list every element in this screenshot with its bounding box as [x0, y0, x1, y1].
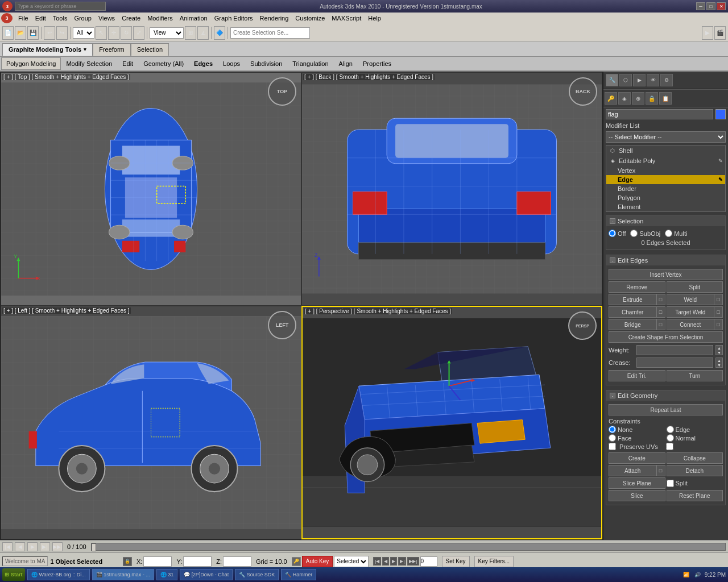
chamfer-button[interactable]: Chamfer: [609, 306, 656, 318]
weld-settings[interactable]: □: [714, 294, 723, 305]
remove-button[interactable]: Remove: [609, 281, 665, 293]
lock-icon[interactable]: 🔒: [123, 557, 132, 566]
toolbar-filter-select[interactable]: All: [73, 27, 94, 39]
graphite-tab-selection[interactable]: Selection: [131, 43, 169, 56]
frame-input[interactable]: [420, 556, 437, 567]
constraint-normal-label[interactable]: Normal: [667, 434, 723, 442]
panel-icon-hierarchy[interactable]: ⬡: [619, 74, 632, 86]
toolbar-render[interactable]: ▶: [702, 26, 713, 40]
crease-down[interactable]: ▼: [716, 363, 722, 367]
viewport-back[interactable]: [ + ] [ Back ] [ Smooth + Highlights + E…: [301, 72, 602, 306]
nav-cube-left[interactable]: LEFT: [268, 311, 296, 339]
tab-edit[interactable]: Edit: [117, 57, 138, 70]
viewport-left[interactable]: [ + ] [ Left ] [ Smooth + Highlights + E…: [1, 306, 301, 539]
minimize-button[interactable]: ─: [696, 2, 705, 10]
menu-file[interactable]: File: [15, 14, 32, 22]
split-checkbox[interactable]: [667, 480, 674, 487]
menu-modifiers[interactable]: Modifiers: [144, 14, 176, 22]
tab-triangulation[interactable]: Triangulation: [287, 57, 333, 70]
toolbar-rotate[interactable]: ↻: [121, 26, 132, 40]
menu-create[interactable]: Create: [118, 14, 144, 22]
timeline-start-btn[interactable]: |◀: [2, 542, 13, 551]
title-search[interactable]: Type a keyword or phrase: [15, 2, 106, 11]
key-filters-button[interactable]: Key Filters...: [474, 556, 514, 567]
panel-icon-utilities[interactable]: ⚙: [660, 74, 673, 86]
tab-properties[interactable]: Properties: [358, 57, 396, 70]
viewport-top[interactable]: [ + ] [ Top ] [ Smooth + Highlights + Ed…: [1, 72, 301, 306]
panel-row-icon-3[interactable]: ⊕: [632, 92, 644, 105]
slice-plane-button[interactable]: Slice Plane: [609, 477, 665, 489]
weight-spinner[interactable]: ▲▼: [715, 345, 723, 355]
mod-item-edge[interactable]: Edge ✎: [606, 175, 725, 184]
toolbar-scale[interactable]: ⤢: [133, 26, 144, 40]
menu-graph-editors[interactable]: Graph Editors: [211, 14, 257, 22]
toolbar-move[interactable]: ✛: [108, 26, 119, 40]
preserve-uvs-checkbox2[interactable]: [666, 443, 673, 450]
toolbar-undo[interactable]: ↩: [44, 26, 55, 40]
taskbar-item-hammer[interactable]: 🔨 Hammer: [281, 569, 316, 580]
target-weld-settings[interactable]: □: [714, 306, 723, 318]
attach-button[interactable]: Attach: [609, 465, 656, 476]
create-button[interactable]: Create: [609, 452, 665, 464]
chamfer-settings[interactable]: □: [656, 306, 665, 318]
collapse-button[interactable]: Collapse: [667, 452, 723, 464]
crease-up[interactable]: ▲: [716, 358, 722, 363]
tab-polygon-modeling[interactable]: Polygon Modeling: [1, 57, 61, 70]
tab-align[interactable]: Align: [334, 57, 358, 70]
viewport-perspective[interactable]: [ + ] [ Perspective ] [ Smooth + Highlig…: [301, 306, 602, 539]
toolbar-select[interactable]: ↖: [96, 26, 107, 40]
playback-end[interactable]: ▶▶|: [407, 557, 419, 566]
extrude-settings[interactable]: □: [656, 294, 665, 305]
viewport-top-nav[interactable]: TOP: [268, 77, 296, 106]
mod-item-vertex[interactable]: Vertex: [606, 166, 725, 175]
close-button[interactable]: ✕: [717, 2, 726, 10]
auto-key-button[interactable]: Auto Key: [302, 556, 333, 567]
connect-button[interactable]: Connect: [667, 319, 714, 330]
insert-vertex-button[interactable]: Insert Vertex: [609, 269, 723, 280]
selection-collapse-btn[interactable]: -: [610, 218, 615, 224]
radio-subobj-label[interactable]: SubObj: [630, 230, 660, 237]
toolbar-quick-render[interactable]: 🎬: [714, 26, 726, 40]
weld-button[interactable]: Weld: [667, 294, 714, 305]
edit-edges-collapse[interactable]: -: [610, 257, 615, 263]
toolbar-material[interactable]: 🔷: [214, 26, 225, 40]
tab-loops[interactable]: Loops: [218, 57, 245, 70]
weight-up[interactable]: ▲: [716, 346, 722, 350]
radio-off-label[interactable]: Off: [609, 230, 626, 237]
modifier-list-select[interactable]: -- Select Modifier --: [606, 131, 726, 143]
toolbar-angle-snap[interactable]: ∡: [197, 26, 209, 40]
nav-cube-top[interactable]: TOP: [268, 77, 296, 106]
viewport-back-nav[interactable]: BACK: [569, 77, 597, 106]
constraint-edge-label[interactable]: Edge: [667, 426, 723, 433]
menu-animation[interactable]: Animation: [176, 14, 211, 22]
split-button[interactable]: Split: [667, 281, 723, 293]
create-selection-input[interactable]: [230, 27, 310, 39]
menu-group[interactable]: Group: [71, 14, 95, 22]
mod-item-shell[interactable]: ⬡ Shell: [606, 146, 725, 156]
panel-icon-display[interactable]: 👁: [647, 74, 659, 86]
mod-item-polygon[interactable]: Polygon: [606, 193, 725, 202]
create-shape-button[interactable]: Create Shape From Selection: [609, 331, 723, 343]
edit-tri-button[interactable]: Edit Tri.: [609, 370, 665, 381]
panel-row-icon-5[interactable]: 📋: [659, 92, 672, 105]
timeline-play-btn[interactable]: ▶: [27, 542, 38, 551]
playback-start[interactable]: |◀: [373, 557, 381, 566]
weight-down[interactable]: ▼: [716, 350, 722, 355]
selection-section-header[interactable]: - Selection: [606, 216, 725, 226]
toolbar-new[interactable]: 📄: [2, 26, 14, 40]
crease-input[interactable]: [636, 357, 713, 368]
menu-maxscript[interactable]: MAXScript: [328, 14, 365, 22]
panel-row-icon-1[interactable]: 🔑: [605, 92, 617, 105]
playback-play[interactable]: ▶: [390, 557, 397, 566]
graphite-tab-close[interactable]: ▾: [84, 47, 86, 52]
constraint-face-label[interactable]: Face: [609, 434, 665, 442]
start-button[interactable]: ⊞ Start: [2, 568, 25, 581]
menu-rendering[interactable]: Rendering: [257, 14, 292, 22]
timeline-thumb[interactable]: [92, 543, 96, 551]
maximize-button[interactable]: □: [706, 2, 715, 10]
toolbar-save[interactable]: 💾: [27, 26, 39, 40]
panel-icon-modify[interactable]: 🔧: [606, 74, 618, 86]
playback-next[interactable]: ▶|: [398, 557, 406, 566]
taskbar-item-sdk[interactable]: 🔧 Source SDK: [235, 569, 279, 580]
edit-edges-header[interactable]: - Edit Edges: [606, 255, 725, 265]
